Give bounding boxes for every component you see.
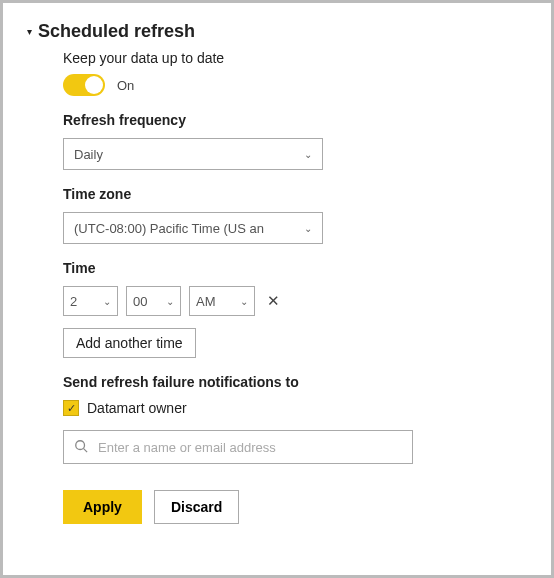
chevron-down-icon: ⌄ [240,296,248,307]
svg-point-0 [76,440,85,449]
time-ampm-select[interactable]: AM ⌄ [189,286,255,316]
time-hour-select[interactable]: 2 ⌄ [63,286,118,316]
section-content: Keep your data up to date On Refresh fre… [27,50,551,524]
timezone-select[interactable]: (UTC-08:00) Pacific Time (US an ⌄ [63,212,323,244]
discard-button[interactable]: Discard [154,490,239,524]
search-icon [74,439,88,456]
toggle-row: On [63,74,551,96]
toggle-state-text: On [117,78,134,93]
datamart-owner-checkbox[interactable]: ✓ [63,400,79,416]
time-minute-value: 00 [133,294,147,309]
remove-time-button[interactable]: ✕ [263,292,284,310]
add-another-time-button[interactable]: Add another time [63,328,196,358]
refresh-frequency-label: Refresh frequency [63,112,551,128]
keep-up-to-date-label: Keep your data up to date [63,50,551,66]
timezone-label: Time zone [63,186,551,202]
time-row: 2 ⌄ 00 ⌄ AM ⌄ ✕ [63,286,551,316]
notification-recipient-field[interactable] [63,430,413,464]
section-header[interactable]: ▾ Scheduled refresh [27,21,551,42]
keep-up-to-date-toggle[interactable] [63,74,105,96]
section-title: Scheduled refresh [38,21,195,42]
notification-recipient-input[interactable] [98,440,402,455]
refresh-frequency-select[interactable]: Daily ⌄ [63,138,323,170]
chevron-down-icon: ⌄ [304,149,312,160]
svg-line-1 [84,448,88,452]
time-hour-value: 2 [70,294,77,309]
chevron-down-icon: ⌄ [166,296,174,307]
time-label: Time [63,260,551,276]
apply-button[interactable]: Apply [63,490,142,524]
button-row: Apply Discard [63,490,551,524]
toggle-knob [85,76,103,94]
collapse-icon: ▾ [27,26,32,37]
timezone-value: (UTC-08:00) Pacific Time (US an [74,221,264,236]
time-minute-select[interactable]: 00 ⌄ [126,286,181,316]
refresh-frequency-value: Daily [74,147,103,162]
notifications-label: Send refresh failure notifications to [63,374,551,390]
chevron-down-icon: ⌄ [103,296,111,307]
datamart-owner-label: Datamart owner [87,400,187,416]
time-ampm-value: AM [196,294,216,309]
owner-checkbox-row: ✓ Datamart owner [63,400,551,416]
chevron-down-icon: ⌄ [304,223,312,234]
